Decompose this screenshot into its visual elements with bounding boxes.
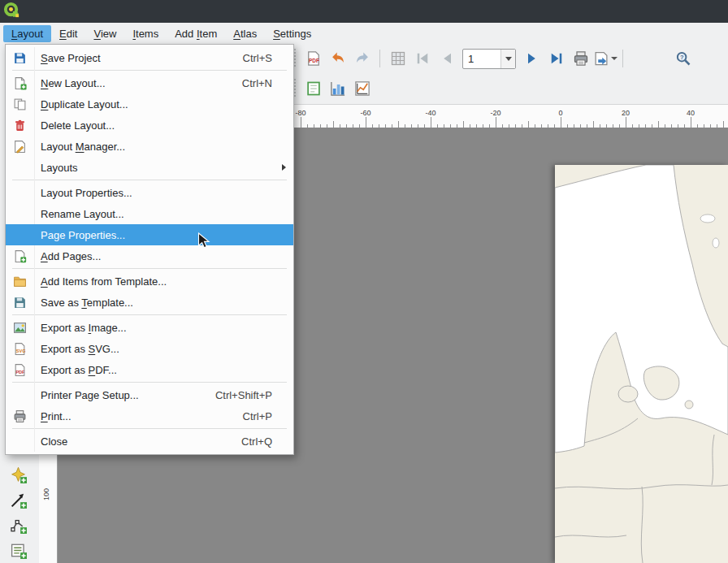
menu-item-page-properties[interactable]: Page Properties... [6,224,293,245]
save-icon [6,51,34,65]
atlas-page-value[interactable]: 1 [463,53,500,65]
menu-item-label: Export as SVG... [41,343,272,355]
layout-manager-icon [6,140,34,154]
save-template-icon [6,296,34,310]
chevron-down-icon [505,57,512,61]
export-atlas-button[interactable] [594,48,616,70]
print-atlas-button[interactable] [570,48,592,70]
page-refresh-button[interactable] [302,78,324,100]
nav-next-button[interactable] [521,48,543,70]
menubar-item-edit[interactable]: Edit [51,25,85,42]
menu-item-rename-layout[interactable]: Rename Layout... [6,203,293,224]
menu-bar: LayoutEditViewItemsAdd ItemAtlasSettings [0,23,728,44]
toolbar-separator [622,50,623,67]
ruler-label: -40 [425,109,436,117]
menu-item-export-as-pdf[interactable]: PDFExport as PDF... [6,359,293,380]
zoom-full-button[interactable]: ? [672,48,694,70]
menu-item-label: Printer Page Setup... [41,389,215,401]
menu-item-layout-properties[interactable]: Layout Properties... [6,182,293,203]
menu-item-label: Delete Layout... [41,119,272,132]
menubar-item-items[interactable]: Items [124,25,167,42]
bar-chart-button[interactable] [327,78,349,100]
arrow-tool-button[interactable] [6,488,29,511]
menu-item-add-pages[interactable]: Add Pages... [6,245,293,266]
add-pages-icon [6,249,34,263]
menu-item-layouts[interactable]: Layouts [6,157,293,178]
node-tool-button[interactable] [6,513,29,536]
ruler-tick [463,121,464,128]
ruler-tick [366,117,366,128]
atlas-grid-button[interactable] [387,48,409,70]
menu-item-delete-layout[interactable]: Delete Layout... [6,115,293,136]
bar-chart-icon [330,80,346,97]
menu-item-duplicate-layout[interactable]: Duplicate Layout... [6,93,293,115]
svg-text:?: ? [680,54,684,61]
print-atlas-icon [573,50,589,67]
note-tool-button[interactable] [6,539,29,561]
menu-item-label: Duplicate Layout... [41,98,272,110]
menu-item-printer-page-setup[interactable]: Printer Page Setup...Ctrl+Shift+P [6,384,293,405]
menu-item-add-items-from-template[interactable]: Add Items from Template... [6,271,293,292]
menubar-item-add-item[interactable]: Add Item [167,25,225,42]
map-item [555,165,728,563]
svg-text:SVG: SVG [16,348,26,353]
menu-item-layout-manager[interactable]: Layout Manager... [6,136,293,157]
duplicate-icon [6,97,34,111]
export-svg-icon: SVG [6,342,34,356]
toolbar-separator [379,50,380,67]
nav-first-button[interactable] [411,48,433,70]
menu-item-new-layout[interactable]: New Layout...Ctrl+N [6,72,293,93]
menu-separator [12,428,287,429]
menu-item-label: Add Items from Template... [41,275,272,288]
dropdown-arrow-icon [611,57,618,60]
menu-item-label: Export as Image... [41,322,272,334]
nav-prev-icon [439,50,455,67]
menu-item-save-as-template[interactable]: Save as Template... [6,292,293,313]
redo-button[interactable] [351,48,373,70]
ruler-label: 0 [558,109,562,117]
menubar-item-view[interactable]: View [85,25,124,42]
ruler-label: 20 [622,109,630,117]
zoom-full-icon: ? [675,50,691,67]
menubar-item-atlas[interactable]: Atlas [225,25,265,42]
chart-xy-button[interactable] [351,78,373,100]
folder-icon [6,275,34,288]
menubar-item-layout[interactable]: Layout [3,25,51,42]
print-icon [6,409,34,423]
redo-icon [354,50,370,67]
ruler-tick [496,117,496,128]
ruler-tick [691,117,691,128]
nav-last-button[interactable] [545,48,567,70]
title-bar [0,0,728,23]
menu-item-label: Layout Manager... [41,141,272,153]
menubar-item-settings[interactable]: Settings [265,25,319,42]
undo-button[interactable] [327,48,349,70]
layout-menu-dropdown: Save ProjectCtrl+SNew Layout...Ctrl+NDup… [5,44,294,455]
menu-item-label: Export as PDF... [41,364,272,376]
export-atlas-icon [593,50,609,67]
menu-item-close[interactable]: CloseCtrl+Q [6,431,293,452]
ruler-tick [723,121,724,128]
export-pdf-toolbar-icon: PDF [306,50,322,67]
menu-item-save-project[interactable]: Save ProjectCtrl+S [6,47,293,68]
undo-icon [330,50,346,67]
star-tool-button[interactable] [6,463,29,486]
nav-first-icon [414,50,431,67]
menu-item-label: Page Properties... [41,229,272,241]
combo-dropdown-button[interactable] [500,50,515,68]
nav-last-icon [548,50,565,67]
menu-item-print[interactable]: Print...Ctrl+P [6,405,293,427]
ruler-tick [626,117,626,128]
new-layout-icon [6,76,34,90]
menu-item-export-as-svg[interactable]: SVGExport as SVG... [6,338,293,359]
arrow-tool-icon [10,492,27,509]
page-refresh-icon [306,80,322,97]
menu-item-export-as-image[interactable]: Export as Image... [6,317,293,338]
atlas-page-combobox[interactable]: 1 [462,49,516,69]
nav-prev-button[interactable] [436,48,457,70]
star-tool-icon [10,466,27,483]
export-pdf-toolbar-button[interactable]: PDF [302,48,324,70]
svg-text:PDF: PDF [15,369,25,374]
menu-item-shortcut: Ctrl+S [243,52,282,64]
ruler-label: -20 [490,109,500,117]
